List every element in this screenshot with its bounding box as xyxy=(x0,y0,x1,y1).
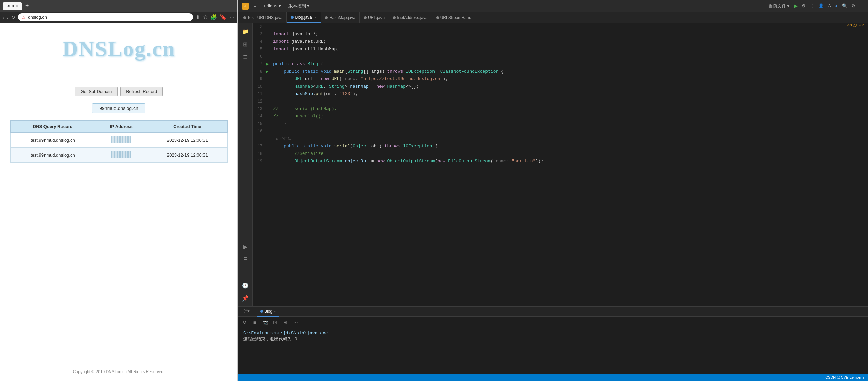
table-row: test.99nmud.dnslog.cn 2023-12-19 12:06:3… xyxy=(10,148,227,163)
new-tab-button[interactable]: + xyxy=(25,3,29,9)
translate-icon[interactable]: A xyxy=(828,3,831,8)
cell-time: 2023-12-19 12:06:31 xyxy=(147,148,227,163)
line-number: 11 xyxy=(253,90,266,98)
tab-hashmap[interactable]: HashMap.java xyxy=(321,12,360,23)
line-content xyxy=(272,23,868,31)
line-number: 2 xyxy=(253,23,266,31)
dns-table: DNS Query Record IP Address Created Time… xyxy=(10,120,228,163)
line-number: 9 xyxy=(253,75,266,83)
current-file-dropdown[interactable]: 当前文件 ▾ xyxy=(768,3,790,9)
line-content: URL url = new URL( spec: "https://test.9… xyxy=(272,75,868,83)
forward-button[interactable]: › xyxy=(7,15,9,20)
line-arrow xyxy=(266,31,272,38)
sidebar-icon-todo[interactable]: ≣ xyxy=(240,267,251,278)
screenshot-button[interactable]: 📷 xyxy=(261,318,269,326)
code-line: 7 ▶ public class Blog { xyxy=(253,60,868,68)
vcs-menu[interactable]: 版本控制 ▾ xyxy=(286,2,312,11)
lock-icon: ⚠ xyxy=(22,15,26,20)
tab-url[interactable]: URL.java xyxy=(360,12,389,23)
browser-tab[interactable]: orm × xyxy=(3,2,22,10)
sidebar-icon-structure[interactable]: ⊞ xyxy=(240,39,251,50)
tab-blog-close[interactable]: × xyxy=(315,15,317,19)
bottom-tab-blog-close[interactable]: × xyxy=(274,309,276,313)
run-button[interactable]: ▶ xyxy=(794,3,798,9)
share-icon[interactable]: ⬆ xyxy=(196,14,200,20)
rerun-button[interactable]: ↺ xyxy=(241,318,249,326)
code-line: 14 // unserial(); xyxy=(253,113,868,120)
line-arrow xyxy=(266,120,272,128)
fold-button[interactable]: ⊡ xyxy=(271,318,279,326)
code-line: 4 import java.net.URL; xyxy=(253,38,868,46)
line-arrow xyxy=(266,53,272,60)
user-icon[interactable]: 👤 xyxy=(818,3,824,8)
extension-icon-2[interactable]: 🔖 xyxy=(220,14,227,20)
tab-test-urldns[interactable]: Test_URLDNS.java xyxy=(239,12,287,23)
extension-icon-3[interactable]: ⋯ xyxy=(229,14,235,20)
address-bar: ‹ › ↻ ⚠ dnslog.cn ⬆ ☆ 🧩 🔖 ⋯ xyxy=(0,12,237,23)
line-arrow xyxy=(266,46,272,53)
line-number: 7 xyxy=(253,60,266,68)
tab-urlstreamhand[interactable]: URLStreamHand... xyxy=(432,12,479,23)
line-number: 12 xyxy=(253,98,266,105)
code-line: 13 // serial(hashMap); xyxy=(253,105,868,113)
line-content: hashMap.put(url, "123"); xyxy=(272,90,868,98)
url-input[interactable]: ⚠ dnslog.cn xyxy=(18,13,193,21)
bottom-tab-blog-label: Blog xyxy=(264,309,272,314)
line-number: 3 xyxy=(253,31,266,38)
tab-inetaddress[interactable]: InetAddress.java xyxy=(389,12,432,23)
line-content: HashMap<URL, String> hashMap = new HashM… xyxy=(272,83,868,90)
line-arrow xyxy=(266,83,272,90)
sidebar-icon-run[interactable]: ▶ xyxy=(240,241,251,252)
logo-text: DNSLog.cn xyxy=(62,36,175,61)
separator-bottom xyxy=(0,262,237,262)
get-subdomain-button[interactable]: Get SubDomain xyxy=(75,87,118,96)
statusbar-user: CSDN @CVE-Lemon_i xyxy=(825,375,864,379)
code-editor[interactable]: 2 3 import java.io.*; 4 import java.net.… xyxy=(253,23,868,306)
line-number: 17 xyxy=(253,143,266,150)
bottom-tab-blog-dot xyxy=(260,310,263,313)
refresh-record-button[interactable]: Refresh Record xyxy=(120,87,163,96)
line-arrow xyxy=(266,135,272,143)
ide-bottom-panel: 运行 Blog × ↺ ■ 📷 ⊡ ⊞ ⋯ C:\Environment\jdk… xyxy=(238,306,868,381)
bottom-tab-run[interactable]: 运行 xyxy=(241,307,255,317)
sidebar-icon-history[interactable]: 🕐 xyxy=(240,280,251,291)
cell-time: 2023-12-19 12:06:31 xyxy=(147,133,227,148)
bottom-tab-run-label: 运行 xyxy=(244,309,252,314)
line-content: public static void serial(Object obj) th… xyxy=(272,143,868,150)
line-arrow xyxy=(266,105,272,113)
sync-icon[interactable]: ● xyxy=(835,3,838,8)
tab-blog[interactable]: Blog.java × xyxy=(287,12,321,23)
compare-button[interactable]: ⊞ xyxy=(281,318,289,326)
search-icon[interactable]: 🔍 xyxy=(842,3,847,8)
ide-logo: J xyxy=(242,3,249,10)
stop-button[interactable]: ■ xyxy=(251,318,259,326)
browser-actions: ⬆ ☆ 🧩 🔖 ⋯ xyxy=(196,14,235,20)
line-content: public static void main(String[] args) t… xyxy=(272,68,868,75)
tab-close-icon[interactable]: × xyxy=(16,4,18,8)
line-content: import java.net.URL; xyxy=(272,38,868,46)
sidebar-icon-folder[interactable]: 📁 xyxy=(240,26,251,37)
line-arrow xyxy=(266,158,272,165)
bottom-tab-blog[interactable]: Blog × xyxy=(257,307,279,317)
refresh-button[interactable]: ↻ xyxy=(11,15,15,20)
hamburger-menu[interactable]: ≡ xyxy=(252,2,259,10)
code-line: 6 xyxy=(253,53,868,60)
more-actions[interactable]: ⋮ xyxy=(810,3,814,8)
project-name[interactable]: urlldns ▾ xyxy=(262,2,283,10)
console-line: C:\Environment\jdk8\bin\java.exe ... xyxy=(243,331,863,336)
bookmark-icon[interactable]: ☆ xyxy=(203,14,208,20)
line-content: 0 个用法 xyxy=(272,135,868,143)
line-content xyxy=(272,53,868,60)
sidebar-icon-bookmarks[interactable]: ☰ xyxy=(240,52,251,62)
tab-label: orm xyxy=(7,3,14,8)
debug-button[interactable]: ⚙ xyxy=(802,3,806,8)
back-button[interactable]: ‹ xyxy=(3,15,4,20)
more-button[interactable]: ⋯ xyxy=(291,318,300,326)
minimize-button[interactable]: — xyxy=(860,3,864,8)
extension-icon-1[interactable]: 🧩 xyxy=(210,14,217,20)
col-created-time: Created Time xyxy=(147,121,227,133)
sidebar-icon-pin[interactable]: 📌 xyxy=(240,293,251,304)
table-row: test.99nmud.dnslog.cn 2023-12-19 12:06:3… xyxy=(10,133,227,148)
sidebar-icon-terminal[interactable]: 🖥 xyxy=(240,254,251,265)
settings-icon[interactable]: ⚙ xyxy=(851,3,855,8)
